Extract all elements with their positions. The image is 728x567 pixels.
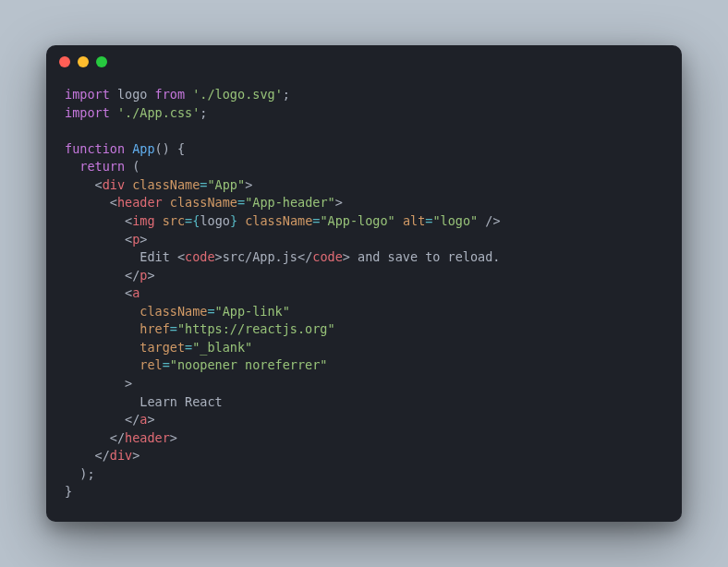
code-line: <p> — [65, 232, 147, 247]
code-line: href="https://reactjs.org" — [65, 321, 335, 336]
maximize-icon[interactable] — [96, 56, 107, 67]
code-line: rel="noopener noreferrer" — [65, 357, 328, 372]
code-line: ); — [65, 466, 95, 481]
code-line: target="_blank" — [65, 340, 252, 355]
code-line: </div> — [65, 448, 140, 463]
code-line: </a> — [65, 412, 155, 427]
code-content: import logo from './logo.svg'; import '.… — [46, 78, 682, 522]
code-line: return ( — [65, 159, 140, 174]
window-titlebar — [46, 45, 682, 78]
code-line: function App() { — [65, 141, 185, 156]
code-line: </p> — [65, 268, 155, 283]
code-line: <img src={logo} className="App-logo" alt… — [65, 213, 501, 228]
code-line: className="App-link" — [65, 304, 290, 319]
code-line: <div className="App"> — [65, 177, 252, 192]
minimize-icon[interactable] — [78, 56, 89, 67]
code-editor-window: import logo from './logo.svg'; import '.… — [46, 45, 682, 522]
code-line: Learn React — [65, 394, 223, 409]
code-line: Edit <code>src/App.js</code> and save to… — [65, 249, 500, 264]
code-line: import logo from './logo.svg'; — [65, 87, 290, 102]
code-line: <header className="App-header"> — [65, 195, 343, 210]
code-line: import './App.css'; — [65, 105, 207, 120]
code-line: <a — [65, 285, 140, 300]
code-line: > — [65, 376, 132, 391]
code-line: </header> — [65, 430, 177, 445]
code-line: } — [65, 484, 72, 499]
close-icon[interactable] — [59, 56, 70, 67]
